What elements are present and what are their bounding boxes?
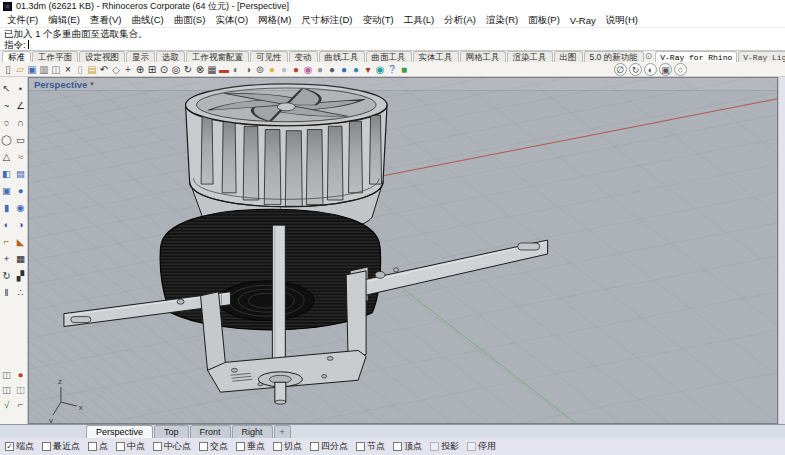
osnap-item-13[interactable]: 停用 xyxy=(467,440,496,453)
move-icon[interactable]: + xyxy=(122,63,134,76)
box-icon[interactable]: ▣ xyxy=(0,182,13,199)
print-icon[interactable]: ▥ xyxy=(38,63,50,76)
view-prev-icon[interactable]: ◐ xyxy=(230,63,242,76)
osnap-checkbox-6[interactable] xyxy=(199,442,208,451)
view-sync-icon[interactable]: ⊚ xyxy=(254,63,266,76)
osnap-checkbox-4[interactable] xyxy=(116,442,125,451)
viewport-tab-right[interactable]: Right xyxy=(232,425,273,438)
toolbar-tab-14[interactable]: 出图 xyxy=(554,51,583,62)
mirror-icon[interactable]: ‖ xyxy=(0,284,13,301)
loft-surface-icon[interactable]: ▤ xyxy=(14,165,27,182)
array-icon[interactable]: ∴ xyxy=(14,284,27,301)
rotate-icon[interactable]: ↻ xyxy=(0,267,13,284)
menu-item-10[interactable]: 工具(L) xyxy=(399,14,440,27)
curve-tools-icon[interactable]: ≈ xyxy=(14,148,27,165)
toolbar-options-icon[interactable]: ⊙ xyxy=(645,51,653,61)
save-file-icon[interactable]: ▣ xyxy=(26,63,38,76)
new-file-icon[interactable]: ▯ xyxy=(2,63,14,76)
move-icon[interactable]: + xyxy=(0,250,13,267)
command-prompt[interactable]: 指令: xyxy=(0,39,785,51)
menu-item-5[interactable]: 曲面(S) xyxy=(169,14,211,27)
zoom-in-icon[interactable]: ⊕ xyxy=(134,63,146,76)
vray-tab-1[interactable]: V-Ray for Rhino xyxy=(655,51,737,62)
chamfer-icon[interactable]: ◣ xyxy=(14,233,27,250)
osnap-item-6[interactable]: 交点 xyxy=(199,440,228,453)
select-pointer-icon[interactable]: ↖ xyxy=(0,80,13,97)
toolbar-tab-1[interactable]: 标准 xyxy=(2,51,31,62)
stop-record-icon[interactable]: ● xyxy=(14,367,27,382)
osnap-checkbox-13[interactable] xyxy=(467,442,476,451)
polyline-icon[interactable]: ∠ xyxy=(14,97,27,114)
toolbar-tab-4[interactable]: 显示 xyxy=(126,51,155,62)
view-next-icon[interactable]: ◑ xyxy=(242,63,254,76)
osnap-item-7[interactable]: 垂点 xyxy=(236,440,265,453)
vray-plugin-icon[interactable]: ■ xyxy=(398,63,410,76)
fillet-icon[interactable]: ⌐ xyxy=(0,233,13,250)
undo-icon[interactable]: ↶ xyxy=(98,63,110,76)
zoom-extents-icon[interactable]: ⊗ xyxy=(194,63,206,76)
menu-item-2[interactable]: 编辑(E) xyxy=(43,14,85,27)
light-off-icon[interactable]: ● xyxy=(278,63,290,76)
menu-item-3[interactable]: 查看(V) xyxy=(85,14,127,27)
copy-icon[interactable]: ▦ xyxy=(14,250,27,267)
menu-item-4[interactable]: 曲线(C) xyxy=(126,14,168,27)
menu-item-12[interactable]: 渲染(R) xyxy=(481,14,523,27)
rotate-view-icon[interactable]: ↻ xyxy=(182,63,194,76)
polygon-icon[interactable]: △ xyxy=(0,148,13,165)
boolean-union-icon[interactable]: ◐ xyxy=(0,216,13,233)
toolbar-tab-10[interactable]: 曲面工具 xyxy=(366,51,412,62)
menu-item-15[interactable]: 说明(H) xyxy=(601,14,643,27)
circle-icon[interactable]: ○ xyxy=(0,114,13,131)
osnap-item-1[interactable]: ✓端点 xyxy=(5,440,34,453)
osnap-item-10[interactable]: 节点 xyxy=(356,440,385,453)
viewport-tab-top[interactable]: Top xyxy=(154,425,189,438)
viewport-tab-perspective[interactable]: Perspective xyxy=(86,425,153,438)
osnap-item-2[interactable]: 最近点 xyxy=(42,440,80,453)
menu-item-8[interactable]: 尺寸标注(D) xyxy=(296,14,357,27)
sphere-dark-icon[interactable]: ● xyxy=(326,63,338,76)
camera-off-icon[interactable]: ◫ xyxy=(14,382,27,397)
menu-item-13[interactable]: 面板(P) xyxy=(523,14,565,27)
pan-view-icon[interactable]: ◇ xyxy=(110,63,122,76)
toolbar-tab-3[interactable]: 设定视图 xyxy=(79,51,125,62)
osnap-checkbox-12[interactable] xyxy=(430,442,439,451)
menu-item-9[interactable]: 变动(T) xyxy=(358,14,399,27)
osnap-item-4[interactable]: 中点 xyxy=(116,440,145,453)
osnap-checkbox-2[interactable] xyxy=(42,442,51,451)
vray-tab-2[interactable]: V-Ray Lights xyxy=(738,51,785,62)
open-file-icon[interactable]: ▱ xyxy=(14,63,26,76)
boolean-difference-icon[interactable]: ◑ xyxy=(14,216,27,233)
vray-render-icon[interactable]: ∅ xyxy=(614,63,627,76)
light-on-icon[interactable]: ● xyxy=(266,63,278,76)
osnap-item-5[interactable]: 中心点 xyxy=(153,440,191,453)
zoom-dynamic-icon[interactable]: ⊙ xyxy=(158,63,170,76)
camera-view-icon[interactable]: ◫ xyxy=(0,382,13,397)
toolbar-tab-5[interactable]: 选取 xyxy=(156,51,185,62)
osnap-checkbox-9[interactable] xyxy=(310,442,319,451)
menu-item-11[interactable]: 分析(A) xyxy=(439,14,481,27)
eye-teal-icon[interactable]: ◉ xyxy=(374,63,386,76)
delete-icon[interactable]: × xyxy=(62,63,74,76)
scale-icon[interactable]: ▞ xyxy=(14,267,27,284)
zoom-window-icon[interactable]: ⊞ xyxy=(146,63,158,76)
color-wheel-icon[interactable]: ◉ xyxy=(302,63,314,76)
viewport-tab-extra[interactable]: + xyxy=(274,425,291,438)
toolbar-tab-7[interactable]: 可见性 xyxy=(250,51,288,62)
check-green-icon[interactable]: √ xyxy=(0,397,13,412)
copy-clipboard-icon[interactable]: ▯ xyxy=(74,63,86,76)
osnap-item-8[interactable]: 切点 xyxy=(273,440,302,453)
osnap-checkbox-3[interactable] xyxy=(88,442,97,451)
globe-icon[interactable]: ● xyxy=(350,63,362,76)
toolbar-tab-6[interactable]: 工作视窗配置 xyxy=(186,51,249,62)
sphere-icon[interactable]: ● xyxy=(14,182,27,199)
vray-material-editor-icon[interactable]: ◐ xyxy=(644,63,657,76)
freeform-curve-icon[interactable]: ~ xyxy=(0,97,13,114)
osnap-item-11[interactable]: 顶点 xyxy=(393,440,422,453)
toolbar-tab-11[interactable]: 实体工具 xyxy=(413,51,459,62)
toolbar-tab-2[interactable]: 工作平面 xyxy=(32,51,78,62)
perspective-viewport[interactable]: z x y Perspective ▾ xyxy=(28,77,778,424)
osnap-item-12[interactable]: 投影 xyxy=(430,440,459,453)
ellipse-icon[interactable]: ◯ xyxy=(0,131,13,148)
vray-frame-buffer-icon[interactable]: ▣ xyxy=(659,63,672,76)
osnap-checkbox-8[interactable] xyxy=(273,442,282,451)
